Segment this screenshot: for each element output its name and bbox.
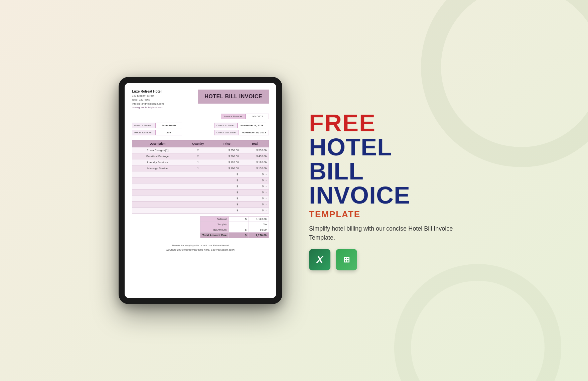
- checkout-row: Check-Out Date: November 10, 2023: [214, 130, 269, 135]
- tax-amount-label: Tax Amount: [200, 227, 229, 233]
- footer-line1: Thanks for staying with us at Luxe Retre…: [132, 244, 269, 248]
- subtotal-row: Subtotal $ 1,120.00: [200, 217, 269, 222]
- row-description: [132, 189, 183, 196]
- hotel-info: Luxe Retreat Hotel 123 Elegant Street (5…: [132, 90, 164, 109]
- row-description: Room Charges [1]: [132, 147, 183, 153]
- grand-total-row: Total Amount Due $ 1,176.00: [200, 233, 269, 238]
- row-total: $500.00: [241, 147, 269, 153]
- room-number-row: Room Number: 203: [132, 130, 182, 135]
- tax-amount-value: 56.00: [249, 227, 269, 233]
- row-quantity: [183, 189, 213, 196]
- table-row: Laundry Services1$120.00$120.00: [132, 159, 269, 165]
- guest-name-label: Guest's Name:: [132, 123, 155, 128]
- row-total: $120.00: [241, 159, 269, 165]
- row-price: $100.00: [213, 165, 241, 171]
- row-quantity: 2: [183, 153, 213, 159]
- total-due-label: Total Amount Due: [200, 233, 229, 238]
- tax-amount-row: Tax Amount $ 56.00: [200, 227, 269, 233]
- row-total: $ -: [241, 177, 269, 183]
- tax-value: 5%: [249, 222, 269, 227]
- row-total: $400.00: [241, 153, 269, 159]
- row-total: $100.00: [241, 165, 269, 171]
- invoice-big-label: INVOICE: [309, 183, 469, 207]
- row-description: [132, 171, 183, 177]
- invoice-title: HOTEL BILL INVOICE: [204, 94, 262, 100]
- invoice-document: Luxe Retreat Hotel 123 Elegant Street (5…: [125, 83, 276, 259]
- row-price: $: [213, 189, 241, 196]
- invoice-number-label: Invoice Number: [221, 114, 246, 119]
- row-price: $: [213, 196, 241, 202]
- guest-left: Guest's Name: Jane Smith Room Number: 20…: [132, 123, 182, 135]
- hotel-phone: (555) 123-4567: [132, 98, 164, 102]
- row-total: $ -: [241, 183, 269, 189]
- totals-table: Subtotal $ 1,120.00 Tax (%) 5% Tax Amoun…: [200, 216, 269, 238]
- table-row: $$ -: [132, 208, 269, 214]
- row-price: $: [213, 202, 241, 208]
- row-description: Laundry Services: [132, 159, 183, 165]
- table-row: $$ -: [132, 189, 269, 196]
- hotel-website: www.grandhotelplaza.com: [132, 106, 164, 109]
- table-row: Massage Service1$100.00$100.00: [132, 165, 269, 171]
- row-description: Massage Service: [132, 165, 183, 171]
- checkin-row: Check-In Date November 8, 2023: [214, 123, 269, 128]
- free-label: FREE: [309, 111, 469, 135]
- row-description: [132, 196, 183, 202]
- row-quantity: [183, 183, 213, 189]
- row-quantity: 2: [183, 147, 213, 153]
- hotel-name: Luxe Retreat Hotel: [132, 90, 164, 93]
- checkin-label: Check-In Date: [214, 123, 238, 128]
- row-total: $ -: [241, 171, 269, 177]
- table-row: $$ -: [132, 196, 269, 202]
- template-label: TEMPLATE: [309, 209, 469, 220]
- row-price: $: [213, 177, 241, 183]
- row-total: $ -: [241, 189, 269, 196]
- room-number-label: Room Number:: [132, 130, 155, 135]
- app-icon-row: X ⊞: [309, 249, 469, 270]
- invoice-number-row: Invoice Number INV-0002: [132, 114, 269, 119]
- row-quantity: [183, 202, 213, 208]
- tax-amount-dollar: $: [229, 227, 249, 233]
- subtotal-dollar: $: [229, 217, 249, 222]
- col-description: Description: [132, 140, 183, 147]
- row-price: $200.00: [213, 153, 241, 159]
- row-total: $ -: [241, 208, 269, 214]
- row-price: $120.00: [213, 159, 241, 165]
- excel-icon[interactable]: X: [309, 249, 330, 270]
- tax-label: Tax (%): [200, 222, 229, 227]
- guest-name-value: Jane Smith: [155, 123, 182, 128]
- sheets-icon[interactable]: ⊞: [336, 249, 357, 270]
- totals-section: Subtotal $ 1,120.00 Tax (%) 5% Tax Amoun…: [132, 216, 269, 238]
- tablet-frame: Luxe Retreat Hotel 123 Elegant Street (5…: [119, 77, 282, 304]
- row-description: [132, 183, 183, 189]
- row-description: [132, 202, 183, 208]
- tax-dollar: [229, 222, 249, 227]
- row-price: $: [213, 208, 241, 214]
- row-quantity: [183, 196, 213, 202]
- tax-row: Tax (%) 5%: [200, 222, 269, 227]
- table-row: $$ -: [132, 183, 269, 189]
- tablet-screen: Luxe Retreat Hotel 123 Elegant Street (5…: [125, 83, 276, 298]
- checkout-value: November 10, 2023: [239, 130, 269, 135]
- row-description: [132, 208, 183, 214]
- total-due-value: 1,176.00: [249, 233, 269, 238]
- subtotal-label: Subtotal: [200, 217, 229, 222]
- description-text: Simplify hotel billing with our concise …: [309, 224, 469, 242]
- col-price: Price: [213, 140, 241, 147]
- row-description: [132, 177, 183, 183]
- checkin-value: November 8, 2023: [238, 123, 266, 128]
- row-quantity: [183, 177, 213, 183]
- row-quantity: [183, 171, 213, 177]
- invoice-table: Description Quantity Price Total Room Ch…: [132, 140, 269, 214]
- row-quantity: [183, 208, 213, 214]
- col-quantity: Quantity: [183, 140, 213, 147]
- table-row: $$ -: [132, 177, 269, 183]
- hotel-address: 123 Elegant Street: [132, 94, 164, 98]
- row-total: $ -: [241, 202, 269, 208]
- footer-line2: We hope you enjoyed your time here. See …: [132, 248, 269, 252]
- page-layout: Luxe Retreat Hotel 123 Elegant Street (5…: [119, 77, 469, 304]
- table-row: Breakfast Package2$200.00$400.00: [132, 153, 269, 159]
- row-quantity: 1: [183, 165, 213, 171]
- right-panel: FREE HOTEL BILL INVOICE TEMPLATE Simplif…: [309, 111, 469, 270]
- guest-right: Check-In Date November 8, 2023 Check-Out…: [214, 123, 269, 135]
- row-description: Breakfast Package: [132, 153, 183, 159]
